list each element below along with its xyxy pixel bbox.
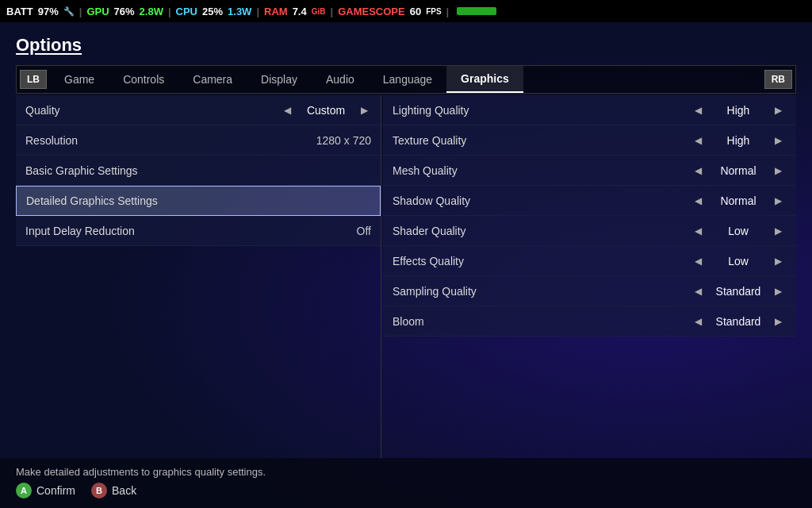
tab-camera[interactable]: Camera bbox=[178, 66, 247, 93]
gpu-watt: 2.8W bbox=[140, 6, 163, 17]
setting-row-quality[interactable]: Quality ◀ Custom ▶ bbox=[16, 95, 381, 125]
tab-language[interactable]: Language bbox=[369, 66, 446, 93]
texture-left-arrow[interactable]: ◀ bbox=[690, 135, 707, 146]
sampling-left-arrow[interactable]: ◀ bbox=[690, 286, 707, 297]
sampling-right-arrow[interactable]: ▶ bbox=[770, 286, 787, 297]
gamescope-value: 60 bbox=[410, 6, 421, 17]
shadow-value: Normal bbox=[707, 194, 770, 207]
lighting-left-arrow[interactable]: ◀ bbox=[690, 105, 707, 116]
sampling-value: Standard bbox=[707, 285, 770, 298]
shadow-label: Shadow Quality bbox=[393, 194, 690, 207]
quality-label: Quality bbox=[25, 104, 281, 117]
lighting-value: High bbox=[707, 104, 770, 117]
shader-value: Low bbox=[707, 225, 770, 237]
cpu-label: CPU bbox=[176, 6, 197, 17]
detail-row-shadow[interactable]: Shadow Quality ◀ Normal ▶ bbox=[383, 186, 796, 216]
ram-label: RAM bbox=[264, 6, 288, 17]
resolution-value: 1280 x 720 bbox=[316, 134, 371, 147]
tab-game[interactable]: Game bbox=[50, 66, 109, 93]
bloom-value: Standard bbox=[707, 315, 770, 328]
bottom-bar: Make detailed adjustments to graphics qu… bbox=[0, 458, 812, 508]
tab-bar: LB Game Controls Camera Display Audio La… bbox=[16, 65, 796, 94]
texture-value: High bbox=[707, 134, 770, 147]
sampling-label: Sampling Quality bbox=[393, 285, 690, 298]
confirm-button[interactable]: A Confirm bbox=[16, 483, 75, 498]
detail-row-shader[interactable]: Shader Quality ◀ Low ▶ bbox=[383, 216, 796, 246]
effects-left-arrow[interactable]: ◀ bbox=[690, 256, 707, 267]
sep1: | bbox=[79, 6, 82, 17]
detail-row-mesh[interactable]: Mesh Quality ◀ Normal ▶ bbox=[383, 156, 796, 186]
shader-label: Shader Quality bbox=[393, 225, 690, 237]
bottom-hint: Make detailed adjustments to graphics qu… bbox=[16, 466, 796, 478]
tab-graphics[interactable]: Graphics bbox=[446, 66, 523, 93]
status-bar: BATT 97% 🔧 | GPU 76% 2.8W | CPU 25% 1.3W… bbox=[0, 0, 812, 22]
detail-row-sampling[interactable]: Sampling Quality ◀ Standard ▶ bbox=[383, 276, 796, 306]
batt-value: 97% bbox=[38, 6, 59, 17]
bottom-buttons: A Confirm B Back bbox=[16, 483, 796, 498]
tab-audio[interactable]: Audio bbox=[312, 66, 369, 93]
effects-right-arrow[interactable]: ▶ bbox=[770, 256, 787, 267]
texture-right-arrow[interactable]: ▶ bbox=[770, 135, 787, 146]
shader-left-arrow[interactable]: ◀ bbox=[690, 225, 707, 237]
setting-row-basic[interactable]: Basic Graphic Settings bbox=[16, 156, 381, 186]
bloom-label: Bloom bbox=[393, 315, 690, 328]
basic-graphics-label: Basic Graphic Settings bbox=[25, 164, 371, 177]
shadow-left-arrow[interactable]: ◀ bbox=[690, 195, 707, 206]
shadow-right-arrow[interactable]: ▶ bbox=[770, 195, 787, 206]
gpu-label: GPU bbox=[86, 6, 109, 17]
a-button-icon: A bbox=[16, 483, 32, 498]
resolution-label: Resolution bbox=[25, 134, 316, 147]
ram-value: 7.4 bbox=[293, 6, 307, 17]
batt-label: BATT bbox=[6, 6, 33, 17]
gamescope-label: GAMESCOPE bbox=[338, 6, 405, 17]
ram-unit: GiB bbox=[312, 7, 326, 16]
left-panel: Quality ◀ Custom ▶ Resolution 1280 x 720… bbox=[16, 95, 381, 460]
mesh-label: Mesh Quality bbox=[393, 164, 690, 177]
back-label: Back bbox=[112, 484, 136, 497]
perf-bar bbox=[457, 7, 496, 15]
sep4: | bbox=[331, 6, 334, 17]
detail-row-lighting[interactable]: Lighting Quality ◀ High ▶ bbox=[383, 95, 796, 125]
tab-display[interactable]: Display bbox=[247, 66, 312, 93]
bloom-left-arrow[interactable]: ◀ bbox=[690, 316, 707, 327]
setting-row-resolution[interactable]: Resolution 1280 x 720 bbox=[16, 125, 381, 156]
texture-label: Texture Quality bbox=[393, 134, 690, 147]
confirm-label: Confirm bbox=[36, 484, 75, 497]
gpu-value: 76% bbox=[114, 6, 135, 17]
right-panel: Lighting Quality ◀ High ▶ Texture Qualit… bbox=[381, 95, 796, 460]
tab-controls[interactable]: Controls bbox=[109, 66, 178, 93]
sep5: | bbox=[446, 6, 450, 17]
sep3: | bbox=[256, 6, 259, 17]
back-button[interactable]: B Back bbox=[91, 483, 136, 498]
setting-row-input-delay[interactable]: Input Delay Reduction Off bbox=[16, 216, 381, 246]
panels: Quality ◀ Custom ▶ Resolution 1280 x 720… bbox=[16, 95, 796, 460]
cpu-watt: 1.3W bbox=[228, 6, 251, 17]
detail-row-texture[interactable]: Texture Quality ◀ High ▶ bbox=[383, 125, 796, 156]
detail-row-effects[interactable]: Effects Quality ◀ Low ▶ bbox=[383, 246, 796, 276]
quality-value: Custom bbox=[294, 104, 358, 117]
shader-right-arrow[interactable]: ▶ bbox=[770, 225, 787, 237]
sep2: | bbox=[168, 6, 171, 17]
quality-left-arrow[interactable]: ◀ bbox=[281, 105, 294, 116]
cpu-value: 25% bbox=[202, 6, 223, 17]
setting-row-detailed[interactable]: Detailed Graphics Settings bbox=[16, 186, 381, 216]
lighting-label: Lighting Quality bbox=[393, 104, 690, 117]
tab-rb[interactable]: RB bbox=[764, 70, 792, 89]
mesh-value: Normal bbox=[707, 164, 770, 177]
bloom-right-arrow[interactable]: ▶ bbox=[770, 316, 787, 327]
detail-row-bloom[interactable]: Bloom ◀ Standard ▶ bbox=[383, 306, 796, 337]
quality-right-arrow[interactable]: ▶ bbox=[358, 105, 371, 116]
fps-unit: FPS bbox=[426, 7, 441, 16]
mesh-right-arrow[interactable]: ▶ bbox=[770, 165, 787, 176]
b-button-icon: B bbox=[91, 483, 107, 498]
input-delay-label: Input Delay Reduction bbox=[25, 225, 357, 237]
tab-lb[interactable]: LB bbox=[20, 70, 47, 89]
effects-label: Effects Quality bbox=[393, 255, 690, 267]
page-title: Options bbox=[16, 35, 796, 56]
mesh-left-arrow[interactable]: ◀ bbox=[690, 165, 707, 176]
main-content: Options LB Game Controls Camera Display … bbox=[0, 22, 812, 460]
plug-icon: 🔧 bbox=[63, 6, 75, 17]
input-delay-value: Off bbox=[357, 225, 371, 237]
detailed-graphics-label: Detailed Graphics Settings bbox=[26, 194, 370, 207]
lighting-right-arrow[interactable]: ▶ bbox=[770, 105, 787, 116]
